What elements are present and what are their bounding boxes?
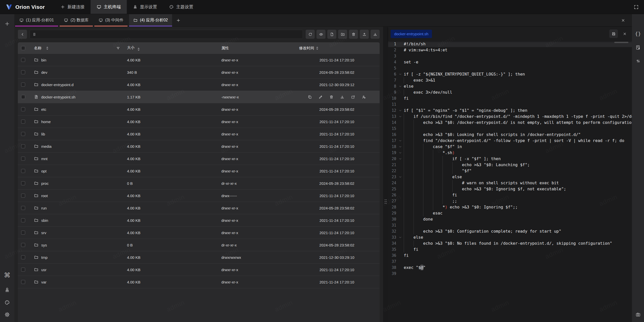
row-checkbox[interactable] xyxy=(21,206,25,210)
fold-toggle[interactable] xyxy=(397,71,404,77)
row-checkbox[interactable] xyxy=(21,144,25,148)
file-row-mnt[interactable]: mnt4.00 KBdrwxr-xr-x2021-11-24 17:20:10 xyxy=(18,153,380,165)
menu-item-host-terminal[interactable]: 主机终端 xyxy=(91,0,127,14)
rail-theme-button[interactable] xyxy=(0,297,14,308)
brand[interactable]: Orion Visor xyxy=(6,0,45,14)
row-checkbox[interactable] xyxy=(21,218,25,222)
row-checkbox[interactable] xyxy=(21,107,25,111)
fold-toggle[interactable] xyxy=(397,83,404,89)
row-action-trash-button[interactable] xyxy=(329,95,334,99)
rail-variables-button[interactable]: {} xyxy=(632,29,644,39)
file-row-docker-entrypoint.sh[interactable]: docker-entrypoint.sh1.17 KB-rwxrwxr-x xyxy=(18,91,380,103)
fold-gutter xyxy=(397,65,404,71)
sort-name-control[interactable] xyxy=(46,47,48,50)
row-action-download-button[interactable] xyxy=(340,95,344,99)
fold-toggle[interactable] xyxy=(397,150,404,156)
menu-item-display-settings[interactable]: 显示设置 xyxy=(127,0,163,14)
row-action-move-button[interactable] xyxy=(351,95,355,99)
row-checkbox[interactable] xyxy=(21,181,25,185)
row-checkbox[interactable] xyxy=(21,58,25,62)
file-row-root[interactable]: root4.00 KBdrwx------2021-11-24 17:20:10 xyxy=(18,190,380,202)
file-row-sbin[interactable]: sbin4.00 KBdrwxr-xr-x2021-11-24 17:20:10 xyxy=(18,214,380,227)
sort-size-control[interactable] xyxy=(138,48,140,51)
fold-toggle[interactable] xyxy=(397,138,404,144)
row-checkbox[interactable] xyxy=(21,243,25,247)
code-line-24: 24# warn on shell scripts without exec b… xyxy=(388,180,632,186)
rail-transfer-button[interactable] xyxy=(632,56,644,66)
tab-label: (4) 应用-分析02 xyxy=(140,18,168,23)
toolbar-upload-button[interactable] xyxy=(360,30,369,39)
toolbar-download-button[interactable] xyxy=(371,30,380,39)
back-button[interactable] xyxy=(18,30,27,39)
editor-scrollbar-thumb[interactable] xyxy=(614,42,628,43)
save-file-button[interactable] xyxy=(609,29,618,38)
fold-toggle[interactable] xyxy=(397,174,404,180)
row-action-copy-button[interactable] xyxy=(308,95,312,99)
rail-file-manager-button[interactable] xyxy=(632,42,644,52)
row-action-pencil-button[interactable] xyxy=(318,95,323,99)
rail-shortcuts-button[interactable]: ⌘ xyxy=(0,270,14,281)
menu-item-theme-settings[interactable]: 主题设置 xyxy=(163,0,199,14)
toolbar-doc-button[interactable] xyxy=(327,30,336,39)
toolbar-folder-plus-button[interactable] xyxy=(338,30,347,39)
folder-icon xyxy=(34,193,38,198)
toolbar-refresh-button[interactable] xyxy=(306,30,315,39)
menu-item-new-connection[interactable]: 新建连接 xyxy=(54,0,91,14)
row-checkbox[interactable] xyxy=(21,70,25,74)
fold-toggle[interactable] xyxy=(397,108,404,114)
new-tab-button[interactable] xyxy=(173,14,184,26)
file-row-opt[interactable]: opt4.00 KBdrwxr-xr-x2021-11-24 17:20:10 xyxy=(18,165,380,177)
toolbar-trash-button[interactable] xyxy=(349,30,358,39)
file-row-tmp[interactable]: tmp4.00 KBdrwxrwxrwx2021-12-30 03:29:10 xyxy=(18,251,380,264)
close-all-tabs-button[interactable] xyxy=(619,14,627,27)
fold-toggle[interactable] xyxy=(397,234,404,240)
file-row-var[interactable]: var4.00 KBdrwxr-xr-x2021-11-24 17:20:10 xyxy=(18,276,380,288)
tab-4[interactable]: (4) 应用-分析02 xyxy=(129,14,172,26)
file-row-media[interactable]: media4.00 KBdrwxr-xr-x2021-11-24 17:20:1… xyxy=(18,140,380,153)
row-action-users-button[interactable] xyxy=(362,95,366,99)
tab-3[interactable]: (3) 中间件 xyxy=(94,14,128,26)
row-checkbox[interactable] xyxy=(21,83,25,87)
row-checkbox[interactable] xyxy=(21,157,25,161)
row-checkbox[interactable] xyxy=(21,120,25,124)
file-row-srv[interactable]: srv4.00 KBdrwxr-xr-x2021-11-24 17:20:10 xyxy=(18,227,380,239)
fold-toggle[interactable] xyxy=(397,156,404,162)
fullscreen-button[interactable] xyxy=(632,3,640,11)
file-row-etc[interactable]: etc4.00 KBdrwxr-xr-x2024-05-28 23:58:02 xyxy=(18,103,380,116)
file-attr: drwx------ xyxy=(221,194,294,198)
close-editor-button[interactable] xyxy=(620,29,629,38)
row-checkbox[interactable] xyxy=(21,194,25,198)
file-row-sys[interactable]: sys0 Bdr-xr-xr-x2024-05-28 23:58:02 xyxy=(18,239,380,251)
file-row-home[interactable]: home4.00 KBdrwxr-xr-x2021-11-24 17:20:10 xyxy=(18,116,380,128)
select-all-checkbox[interactable] xyxy=(21,46,25,50)
row-checkbox[interactable] xyxy=(21,95,25,99)
row-checkbox[interactable] xyxy=(21,231,25,235)
file-row-lib[interactable]: lib4.00 KBdrwxr-xr-x2021-11-24 17:20:10 xyxy=(18,128,380,140)
row-checkbox[interactable] xyxy=(21,255,25,259)
code-editor[interactable]: 1#!/bin/sh2# vim:sw=4:ts=4:et34set -e56i… xyxy=(388,41,632,322)
row-checkbox[interactable] xyxy=(21,169,25,173)
path-input[interactable] xyxy=(38,32,300,37)
file-row-bin[interactable]: bin4.00 KBdrwxr-xr-x2021-11-24 17:20:10 xyxy=(18,54,380,66)
open-file-chip: docker-entrypoint.sh xyxy=(391,30,432,38)
rail-new-connection-button[interactable] xyxy=(0,18,14,29)
panel-splitter[interactable] xyxy=(383,27,388,322)
fold-toggle[interactable] xyxy=(397,114,404,120)
sort-mtime-control[interactable] xyxy=(316,47,318,50)
tab-1[interactable]: (1) 应用-分析01 xyxy=(15,14,58,26)
tab-2[interactable]: (2) 数据库 xyxy=(60,14,93,26)
row-checkbox[interactable] xyxy=(21,132,25,136)
file-row-dev[interactable]: dev340 Bdrwxr-xr-x2024-05-28 23:58:02 xyxy=(18,66,380,79)
file-row-run[interactable]: run4.00 KBdrwxr-xr-x2024-05-28 23:58:02 xyxy=(18,202,380,214)
row-checkbox[interactable] xyxy=(21,280,25,284)
file-row-docker-entrypoint.d[interactable]: docker-entrypoint.d4.00 KBdrwxr-xr-x2021… xyxy=(18,79,380,91)
rail-settings-button[interactable] xyxy=(0,309,14,320)
row-checkbox[interactable] xyxy=(21,268,25,272)
file-row-proc[interactable]: proc0 Bdr-xr-xr-x2024-05-28 23:58:02 xyxy=(18,177,380,190)
filter-name-button[interactable] xyxy=(116,46,120,50)
toolbar-eye-button[interactable] xyxy=(316,30,326,39)
rail-display-settings-button[interactable] xyxy=(0,284,14,295)
file-row-usr[interactable]: usr4.00 KBdrwxr-xr-x2021-11-24 17:20:10 xyxy=(18,264,380,276)
fold-toggle[interactable] xyxy=(397,144,404,150)
rail-screenshot-button[interactable] xyxy=(632,309,644,319)
